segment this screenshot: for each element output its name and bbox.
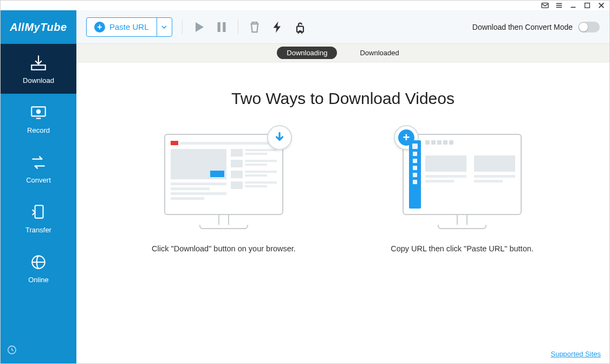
clock-icon[interactable] bbox=[7, 345, 17, 355]
convert-mode-toggle[interactable] bbox=[578, 22, 600, 32]
sidebar-item-convert[interactable]: Convert bbox=[1, 144, 76, 193]
toolbar: + Paste URL Download then Convert Mode bbox=[76, 10, 609, 44]
trash-button[interactable] bbox=[248, 21, 261, 34]
way1-caption: Click "Download" button on your browser. bbox=[152, 243, 296, 255]
sidebar-item-download[interactable]: Download bbox=[1, 44, 76, 94]
way-paste-url: + bbox=[375, 134, 549, 255]
content-heading: Two Ways to Download Videos bbox=[98, 89, 588, 108]
tabs: Downloading Downloaded bbox=[76, 44, 609, 62]
app-brand: AllMyTube bbox=[1, 10, 76, 44]
paste-url-button[interactable]: + Paste URL bbox=[86, 17, 172, 37]
play-button[interactable] bbox=[192, 21, 205, 34]
supported-sites-link[interactable]: Supported Sites bbox=[550, 350, 601, 358]
unlock-button[interactable] bbox=[294, 21, 307, 34]
sidebar-item-record[interactable]: Record bbox=[1, 94, 76, 144]
sidebar-item-label: Online bbox=[28, 276, 49, 284]
titlebar bbox=[1, 1, 609, 10]
way2-caption: Copy URL then click "Paste URL" button. bbox=[391, 243, 534, 255]
pause-button[interactable] bbox=[215, 21, 228, 34]
sidebar-item-label: Download bbox=[23, 76, 54, 84]
sidebar-item-label: Transfer bbox=[25, 226, 51, 234]
paste-url-label: Paste URL bbox=[109, 22, 149, 31]
maximize-icon[interactable] bbox=[583, 2, 591, 9]
sidebar: AllMyTube Download Record Convert Transf… bbox=[1, 10, 76, 363]
svg-rect-9 bbox=[223, 22, 225, 32]
plus-circle-icon: + bbox=[94, 22, 105, 32]
sidebar-item-label: Record bbox=[27, 126, 50, 134]
sidebar-item-transfer[interactable]: Transfer bbox=[1, 193, 76, 243]
close-icon[interactable] bbox=[598, 2, 605, 9]
convert-mode-label: Download then Convert Mode bbox=[472, 23, 573, 31]
svg-rect-0 bbox=[542, 3, 548, 8]
sidebar-item-online[interactable]: Online bbox=[1, 243, 76, 293]
sidebar-strip-icon bbox=[409, 140, 421, 209]
svg-rect-8 bbox=[217, 22, 220, 32]
minimize-icon[interactable] bbox=[569, 2, 577, 9]
turbo-button[interactable] bbox=[271, 21, 284, 34]
svg-rect-1 bbox=[585, 3, 590, 8]
sidebar-item-label: Convert bbox=[26, 176, 51, 184]
message-icon[interactable] bbox=[541, 2, 549, 9]
separator bbox=[238, 20, 238, 35]
paste-url-dropdown[interactable] bbox=[157, 18, 172, 36]
tab-downloaded[interactable]: Downloaded bbox=[350, 47, 408, 59]
download-arrow-icon bbox=[267, 125, 292, 150]
menu-icon[interactable] bbox=[555, 2, 563, 9]
svg-rect-2 bbox=[31, 65, 46, 70]
content-area: Two Ways to Download Videos bbox=[76, 62, 609, 363]
svg-rect-5 bbox=[35, 205, 43, 218]
tab-downloading[interactable]: Downloading bbox=[277, 47, 337, 59]
way-browser-download: Click "Download" button on your browser. bbox=[137, 134, 310, 255]
separator bbox=[182, 20, 183, 35]
svg-point-4 bbox=[37, 109, 40, 113]
